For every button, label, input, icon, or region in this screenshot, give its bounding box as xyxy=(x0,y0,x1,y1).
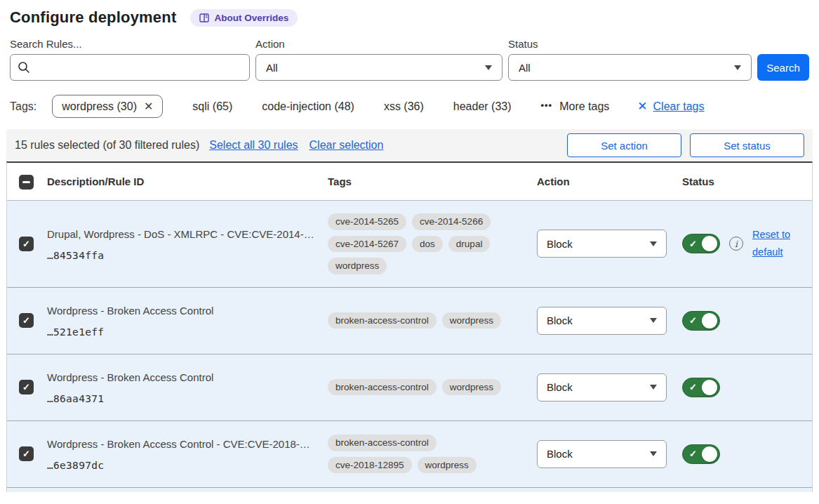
next-row-sliver xyxy=(6,487,813,492)
table-row: ✓ Wordpress - Broken Access Control …521… xyxy=(7,287,812,354)
status-toggle[interactable]: ✓ xyxy=(682,234,720,253)
chevron-down-icon xyxy=(650,318,657,323)
tag-pill: cve-2014-5266 xyxy=(412,213,491,230)
tag-pill: broken-access-control xyxy=(328,435,437,451)
table-row: ✓ Wordpress - Broken Access Control - CV… xyxy=(7,420,812,487)
rule-id: …6e3897dc xyxy=(47,460,321,471)
checkmark-icon: ✓ xyxy=(689,449,697,458)
action-select[interactable]: Block xyxy=(537,230,667,258)
action-select[interactable]: Block xyxy=(537,307,667,335)
tag-pill: broken-access-control xyxy=(328,379,437,396)
rule-id: …86aa4371 xyxy=(47,393,321,404)
tag-filter-sqli[interactable]: sqli (65) xyxy=(192,100,232,113)
row-checkbox[interactable]: ✓ xyxy=(19,313,34,328)
rule-tags: cve-2014-5265cve-2014-5266cve-2014-5267d… xyxy=(328,213,512,274)
about-overrides-badge[interactable]: About Overrides xyxy=(190,9,298,27)
column-header-tags: Tags xyxy=(321,175,530,187)
status-filter-value: All xyxy=(519,62,531,74)
select-all-checkbox[interactable] xyxy=(19,175,34,190)
tag-pill: dos xyxy=(412,236,443,253)
row-checkbox[interactable]: ✓ xyxy=(19,237,34,251)
chevron-down-icon xyxy=(650,385,657,390)
search-input-wrap xyxy=(10,54,250,81)
tags-bar: Tags: wordpress (30) ✕ sqli (65) code-in… xyxy=(10,95,809,118)
tag-pill: cve-2014-5267 xyxy=(328,236,406,253)
column-header-action: Action xyxy=(530,175,675,187)
book-icon xyxy=(199,13,209,22)
rule-id: …521e1eff xyxy=(47,326,321,338)
search-icon xyxy=(18,61,30,74)
tag-filter-xss[interactable]: xss (36) xyxy=(384,100,424,113)
column-header-status: Status xyxy=(675,175,812,187)
page-header: Configure deployment About Overrides xyxy=(10,8,819,27)
filter-bar: Search Rules... Action All Status All Se… xyxy=(10,38,809,81)
checkmark-icon: ✓ xyxy=(22,316,30,325)
checkmark-icon: ✓ xyxy=(689,239,697,248)
table-body: ✓ Drupal, Wordpress - DoS - XMLRPC - CVE… xyxy=(7,201,812,487)
tag-filter-header[interactable]: header (33) xyxy=(453,100,512,113)
search-rules-label: Search Rules... xyxy=(10,38,250,50)
status-toggle[interactable]: ✓ xyxy=(682,378,720,397)
selected-tag-wordpress[interactable]: wordpress (30) ✕ xyxy=(52,95,163,118)
rule-description: Wordpress - Broken Access Control xyxy=(47,303,321,319)
selected-tag-label: wordpress (30) xyxy=(62,100,137,113)
row-checkbox[interactable]: ✓ xyxy=(19,446,34,461)
toggle-knob xyxy=(702,236,717,251)
tag-pill: wordpress xyxy=(418,457,477,474)
action-value: Block xyxy=(547,314,573,326)
tag-filter-code-injection[interactable]: code-injection (48) xyxy=(262,100,354,113)
rule-tags: broken-access-controlwordpress xyxy=(328,312,512,329)
set-action-button[interactable]: Set action xyxy=(567,133,681,157)
about-overrides-label: About Overrides xyxy=(214,13,288,23)
info-icon[interactable]: i xyxy=(729,237,743,251)
tag-pill: cve-2014-5265 xyxy=(328,213,406,230)
action-select[interactable]: Block xyxy=(537,440,667,468)
status-toggle[interactable]: ✓ xyxy=(682,444,720,464)
column-header-description: Description/Rule ID xyxy=(40,175,321,187)
tag-pill: drupal xyxy=(448,236,491,253)
rules-table: Description/Rule ID Tags Action Status ✓… xyxy=(6,161,813,487)
table-header-row: Description/Rule ID Tags Action Status xyxy=(7,163,812,201)
status-toggle[interactable]: ✓ xyxy=(682,311,720,331)
rule-tags: broken-access-controlwordpress xyxy=(328,379,512,396)
status-filter-select[interactable]: All xyxy=(508,54,752,81)
clear-tags-link[interactable]: ✕ Clear tags xyxy=(637,99,704,114)
reset-to-default-link[interactable]: Reset to default xyxy=(752,226,797,262)
tag-pill: wordpress xyxy=(442,379,501,396)
tag-pill: broken-access-control xyxy=(328,312,437,329)
set-status-button[interactable]: Set status xyxy=(690,133,804,157)
chevron-down-icon xyxy=(734,65,741,70)
tag-pill: wordpress xyxy=(442,312,501,329)
action-value: Block xyxy=(547,448,573,460)
tag-pill: cve-2018-12895 xyxy=(328,457,412,474)
rule-description: Wordpress - Broken Access Control - CVE:… xyxy=(47,437,321,453)
table-row: ✓ Wordpress - Broken Access Control …86a… xyxy=(7,354,812,420)
clear-selection-link[interactable]: Clear selection xyxy=(309,139,384,152)
select-all-link[interactable]: Select all 30 rules xyxy=(209,139,298,152)
rule-tags: broken-access-controlcve-2018-12895wordp… xyxy=(328,435,512,473)
checkmark-icon: ✓ xyxy=(22,383,30,392)
remove-tag-icon[interactable]: ✕ xyxy=(144,100,153,113)
selection-bar: 15 rules selected (of 30 filtered rules)… xyxy=(6,129,813,161)
clear-tags-label: Clear tags xyxy=(653,100,705,113)
toggle-knob xyxy=(702,446,717,462)
toggle-knob xyxy=(702,380,717,395)
search-button[interactable]: Search xyxy=(757,54,809,81)
status-filter-label: Status xyxy=(508,38,752,50)
more-tags-label: More tags xyxy=(559,100,609,113)
more-tags-button[interactable]: ••• More tags xyxy=(541,100,610,113)
checkmark-icon: ✓ xyxy=(22,449,30,458)
row-checkbox[interactable]: ✓ xyxy=(19,380,34,394)
action-filter-select[interactable]: All xyxy=(255,54,502,81)
chevron-down-icon xyxy=(650,241,657,246)
toggle-knob xyxy=(702,313,717,329)
clear-tags-icon: ✕ xyxy=(637,99,647,114)
action-value: Block xyxy=(547,381,573,393)
rule-id: …84534ffa xyxy=(47,250,321,261)
checkmark-icon: ✓ xyxy=(689,383,697,392)
search-input[interactable] xyxy=(36,62,242,74)
action-filter-label: Action xyxy=(255,38,502,50)
chevron-down-icon xyxy=(650,451,657,456)
action-select[interactable]: Block xyxy=(537,373,667,402)
action-value: Block xyxy=(547,238,573,250)
